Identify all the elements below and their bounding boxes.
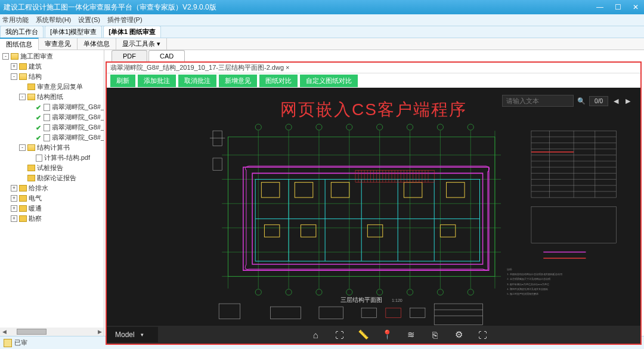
search-icon[interactable]: 🔍 <box>577 97 586 105</box>
fullscreen-icon[interactable]: ⛶ <box>477 329 488 340</box>
svg-rect-96 <box>410 308 425 317</box>
tree-node[interactable]: ✔翡翠湖畔院_G8#_结构_2019_10_17-三 <box>0 102 104 112</box>
measure-icon[interactable]: 📏 <box>358 329 369 340</box>
expand-icon[interactable]: + <box>11 195 17 202</box>
collapse-icon[interactable]: - <box>19 144 26 151</box>
ftab-cad[interactable]: CAD <box>148 50 185 61</box>
svg-point-23 <box>437 124 443 130</box>
tree-node[interactable]: 计算书-结构.pdf <box>0 153 104 163</box>
cad-viewport[interactable]: 网页嵌入CS客户端程序 🔍 0/0 ◀ ▶ <box>107 88 640 344</box>
search-next-icon[interactable]: ▶ <box>624 97 632 105</box>
svg-point-22 <box>407 124 413 130</box>
svg-rect-41 <box>295 183 313 197</box>
folder-icon <box>19 185 27 192</box>
tree-node[interactable]: ✔翡翠湖畔院_G8#_结构_2019_10_17-三 <box>0 122 104 132</box>
btn-custom-compare[interactable]: 自定义图纸对比 <box>300 75 358 87</box>
tree-node[interactable]: +电气 <box>0 193 104 203</box>
ftab-pdf[interactable]: PDF <box>112 50 147 61</box>
btn-add-comment[interactable]: 新增意见 <box>219 75 257 87</box>
tab-drawing-review[interactable]: [单体1 图纸审查 <box>103 26 161 38</box>
svg-point-27 <box>316 289 322 295</box>
search-prev-icon[interactable]: ◀ <box>612 97 620 105</box>
secondary-tabs: 图纸信息 审查意见 单体信息 显示工具条 ▾ <box>0 38 644 50</box>
tree-node[interactable]: ✔翡翠湖畔院_G8#_结构_2019_10_1 <box>0 112 104 122</box>
cad-search-input[interactable] <box>502 95 574 107</box>
tree-node[interactable]: 勘探论证报告 <box>0 173 104 183</box>
cad-drawing: 三层结构平面图 1:120 说明: 1. 本图纸应结合结构设计总说明及相关图纸配… <box>107 88 640 344</box>
svg-point-31 <box>437 289 443 295</box>
file-icon <box>44 134 50 141</box>
extent-icon[interactable]: ⛶ <box>334 329 345 340</box>
tree-node[interactable]: ✔翡翠湖畔院_G8#_结构_2019_10_1 <box>0 132 104 143</box>
sidebar-hscroll[interactable]: ◀▶ <box>0 328 104 336</box>
search-counter: 0/0 <box>589 96 608 106</box>
folder-icon <box>19 73 27 80</box>
tab-model-review[interactable]: [单体1]模型审查 <box>45 26 102 38</box>
tree-label: 翡翠湖畔院_G8#_结构_2019_10_17-三 <box>52 123 104 132</box>
svg-rect-40 <box>261 183 280 197</box>
home-icon[interactable]: ⌂ <box>310 329 321 340</box>
layers-icon[interactable]: ≋ <box>405 329 416 340</box>
tree-node[interactable]: -施工图审查 <box>0 51 104 61</box>
cad-tools: ⌂ ⛶ 📏 📍 ≋ ⎘ ⚙ ⛶ <box>158 329 640 340</box>
collapse-icon[interactable]: - <box>19 94 26 100</box>
btn-add-annotation[interactable]: 添加批注 <box>138 75 176 87</box>
menu-plugins[interactable]: 插件管理(P) <box>107 16 143 24</box>
svg-rect-95 <box>386 308 401 317</box>
expand-icon[interactable]: + <box>11 63 17 70</box>
tree-label: 暖通 <box>29 204 42 213</box>
minimize-button[interactable]: — <box>595 3 605 11</box>
svg-point-32 <box>467 289 473 295</box>
btn-cancel-annotation[interactable]: 取消批注 <box>178 75 216 87</box>
stab-drawing-info[interactable]: 图纸信息 <box>0 38 39 50</box>
tree-node[interactable]: -结构 <box>0 72 104 82</box>
tree-node[interactable]: +勘察 <box>0 214 104 224</box>
model-tab[interactable]: Model <box>107 327 158 342</box>
status-text: 已审 <box>14 338 27 347</box>
menu-help[interactable]: 系统帮助(H) <box>36 16 71 24</box>
sidebar-tree: -施工图审查+建筑-结构审查意见回复单-结构图纸✔翡翠湖畔院_G8#_结构_20… <box>0 50 104 336</box>
expander-blank <box>27 114 34 121</box>
folder-icon <box>27 165 35 171</box>
stab-unit-info[interactable]: 单体信息 <box>78 38 116 50</box>
tab-workspace[interactable]: 我的工作台 <box>0 26 44 38</box>
tree-node[interactable]: +给排水 <box>0 183 104 193</box>
btn-compare[interactable]: 图纸对比 <box>259 75 298 87</box>
check-icon: ✔ <box>36 114 42 121</box>
tree-label: 电气 <box>29 194 42 203</box>
expand-icon[interactable]: + <box>11 205 17 212</box>
settings-icon[interactable]: ⚙ <box>453 329 464 340</box>
tree-node[interactable]: -结构计算书 <box>0 143 104 153</box>
app-title: 建设工程设计施工图一体化审查服务平台（审查专家版）V2.9.0.0版 <box>4 2 595 13</box>
menu-settings[interactable]: 设置(S) <box>78 16 100 24</box>
svg-point-18 <box>286 124 292 130</box>
folder-icon <box>19 205 27 212</box>
tree-node[interactable]: +建筑 <box>0 61 104 72</box>
menu-common[interactable]: 常用功能 <box>2 16 29 24</box>
top-tabs: 我的工作台 [单体1]模型审查 [单体1 图纸审查 <box>0 26 644 38</box>
tree-label: 勘探论证报告 <box>37 174 76 183</box>
folder-icon <box>27 94 35 100</box>
tree-label: 勘察 <box>29 214 42 223</box>
btn-refresh[interactable]: 刷新 <box>110 75 135 87</box>
folder-icon <box>27 84 35 90</box>
svg-point-19 <box>316 124 322 130</box>
collapse-icon[interactable]: - <box>2 53 9 60</box>
tree-node[interactable]: +暖通 <box>0 203 104 214</box>
expand-icon[interactable]: + <box>11 185 17 192</box>
close-button[interactable]: ✕ <box>631 3 640 11</box>
expand-icon[interactable]: + <box>11 215 17 222</box>
maximize-button[interactable]: ☐ <box>613 3 623 11</box>
tree-node[interactable]: 审查意见回复单 <box>0 82 104 92</box>
pin-icon[interactable]: 📍 <box>382 329 392 340</box>
stab-review-comments[interactable]: 审查意见 <box>39 38 78 50</box>
collapse-icon[interactable]: - <box>11 73 17 80</box>
expander-blank <box>27 134 34 141</box>
titlebar: 建设工程设计施工图一体化审查服务平台（审查专家版）V2.9.0.0版 — ☐ ✕ <box>0 0 644 14</box>
svg-rect-42 <box>331 183 349 197</box>
stab-toolbar-toggle[interactable]: 显示工具条 ▾ <box>116 38 167 50</box>
copy-icon[interactable]: ⎘ <box>429 329 440 340</box>
tree-node[interactable]: -结构图纸 <box>0 92 104 102</box>
file-icon <box>44 114 50 121</box>
tree-node[interactable]: 试桩报告 <box>0 163 104 173</box>
